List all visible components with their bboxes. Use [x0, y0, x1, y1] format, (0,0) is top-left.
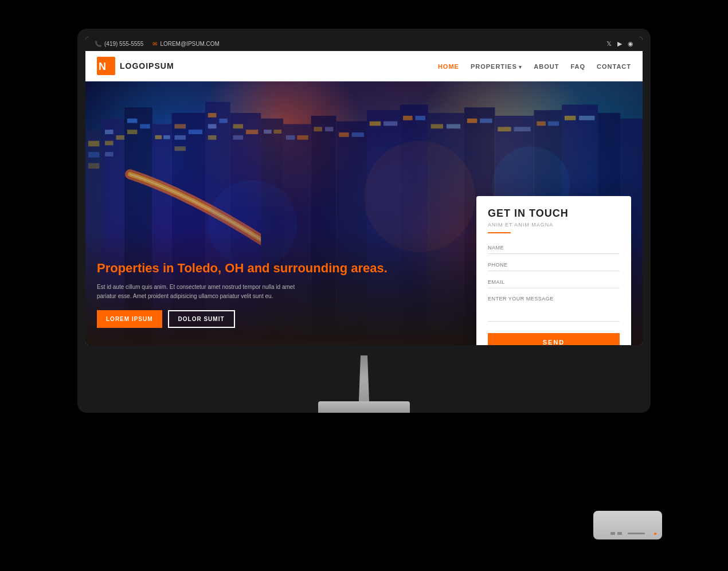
email-input[interactable] — [488, 276, 620, 288]
mac-mini-slot — [628, 533, 645, 534]
svg-rect-13 — [127, 130, 137, 134]
email-address: LOREM@IPSUM.COM — [160, 41, 220, 47]
message-textarea[interactable] — [488, 293, 620, 322]
email-field-group — [488, 276, 620, 288]
scene: 📞 (419) 555-5555 ✉ LOREM@IPSUM.COM 𝕏 ▶ ◉ — [0, 0, 728, 571]
email-icon: ✉ — [152, 41, 157, 47]
nav-properties[interactable]: PROPERTIES — [471, 61, 522, 71]
logo-area: N LOGOIPSUM — [97, 57, 174, 75]
nav-about[interactable]: ABOUT — [534, 61, 559, 71]
svg-rect-33 — [264, 130, 272, 134]
monitor-screen: 📞 (419) 555-5555 ✉ LOREM@IPSUM.COM 𝕏 ▶ ◉ — [85, 37, 643, 345]
monitor: 📞 (419) 555-5555 ✉ LOREM@IPSUM.COM 𝕏 ▶ ◉ — [77, 29, 651, 413]
contact-divider — [488, 232, 511, 233]
email-contact: ✉ LOREM@IPSUM.COM — [152, 41, 220, 47]
svg-rect-51 — [431, 124, 443, 128]
svg-rect-46 — [383, 122, 397, 126]
hero-subtext: Est id aute cillum quis anim. Et consect… — [97, 283, 315, 301]
svg-rect-17 — [163, 135, 170, 139]
svg-rect-52 — [447, 124, 460, 128]
svg-rect-10 — [116, 135, 124, 140]
top-bar: 📞 (419) 555-5555 ✉ LOREM@IPSUM.COM 𝕏 ▶ ◉ — [85, 37, 643, 51]
svg-rect-45 — [370, 122, 381, 126]
svg-rect-58 — [514, 127, 530, 131]
monitor-stand — [85, 345, 643, 413]
svg-rect-31 — [246, 130, 258, 134]
svg-rect-43 — [352, 132, 364, 137]
svg-rect-25 — [208, 124, 217, 128]
primary-cta-button[interactable]: LOREM IPSUM — [97, 310, 162, 328]
svg-rect-8 — [105, 141, 113, 146]
monitor-chin — [85, 345, 643, 355]
svg-rect-4 — [88, 152, 99, 158]
svg-rect-54 — [467, 119, 477, 123]
mac-mini — [593, 511, 662, 539]
phone-contact: 📞 (419) 555-5555 — [95, 41, 143, 47]
navbar: N LOGOIPSUM HOME PROPERTIES ABOUT FAQ CO… — [85, 51, 643, 81]
logo-text: LOGOIPSUM — [120, 61, 174, 71]
mac-mini-port-1 — [610, 532, 615, 535]
top-bar-left: 📞 (419) 555-5555 ✉ LOREM@IPSUM.COM — [95, 41, 220, 47]
twitter-icon[interactable]: 𝕏 — [606, 40, 612, 48]
stand-base — [318, 401, 410, 413]
nav-home-link[interactable]: HOME — [438, 63, 459, 70]
svg-rect-39 — [314, 127, 323, 131]
phone-field-group — [488, 259, 620, 271]
svg-rect-34 — [274, 130, 282, 134]
svg-rect-40 — [325, 127, 334, 131]
svg-rect-21 — [175, 146, 186, 151]
send-button[interactable]: SEND — [488, 333, 620, 345]
svg-rect-64 — [579, 116, 594, 120]
svg-rect-19 — [175, 124, 186, 128]
youtube-icon[interactable]: ▶ — [617, 40, 622, 48]
phone-input[interactable] — [488, 259, 620, 271]
svg-rect-27 — [219, 119, 228, 123]
phone-number: (419) 555-5555 — [104, 41, 143, 47]
nav-about-link[interactable]: ABOUT — [534, 63, 559, 70]
svg-text:N: N — [99, 61, 106, 72]
svg-rect-20 — [175, 135, 186, 140]
svg-rect-29 — [233, 124, 243, 128]
phone-icon: 📞 — [95, 41, 101, 47]
svg-rect-30 — [233, 135, 243, 140]
svg-rect-49 — [415, 116, 425, 120]
instagram-icon[interactable]: ◉ — [628, 40, 633, 48]
svg-rect-42 — [339, 132, 349, 137]
mac-mini-ports — [610, 532, 645, 535]
svg-rect-7 — [105, 130, 113, 134]
message-field-group — [488, 293, 620, 324]
svg-rect-36 — [286, 135, 295, 140]
svg-rect-37 — [297, 135, 308, 140]
contact-form-title: GET IN TOUCH — [488, 208, 620, 220]
svg-rect-5 — [88, 163, 99, 169]
svg-rect-24 — [208, 113, 217, 118]
svg-rect-61 — [548, 122, 559, 126]
stand-neck — [355, 355, 373, 401]
logo-icon: N — [97, 57, 115, 75]
nav-faq[interactable]: FAQ — [570, 61, 585, 71]
svg-rect-57 — [498, 127, 511, 131]
nav-contact-link[interactable]: CONTACT — [597, 63, 631, 70]
nav-home[interactable]: HOME — [438, 61, 459, 71]
svg-rect-48 — [403, 116, 413, 120]
mac-mini-led — [654, 533, 656, 535]
nav-contact[interactable]: CONTACT — [597, 61, 631, 71]
nav-faq-link[interactable]: FAQ — [570, 63, 585, 70]
contact-form-subtitle: ANIM ET ANIM MAGNA — [488, 222, 620, 228]
svg-rect-22 — [189, 130, 202, 134]
svg-rect-3 — [88, 141, 99, 147]
svg-rect-12 — [127, 119, 137, 123]
svg-rect-60 — [537, 122, 546, 126]
svg-rect-63 — [565, 116, 576, 120]
svg-rect-55 — [480, 119, 492, 123]
svg-rect-16 — [155, 135, 162, 139]
secondary-cta-button[interactable]: DOLOR SUMIT — [168, 310, 235, 328]
svg-rect-26 — [208, 135, 217, 140]
name-input[interactable] — [488, 242, 620, 254]
mac-mini-port-2 — [617, 532, 622, 535]
hero-section: Properties in Toledo, OH and surrounding… — [85, 81, 643, 345]
contact-form-card: GET IN TOUCH ANIM ET ANIM MAGNA — [476, 196, 631, 345]
mac-mini-container — [593, 511, 662, 539]
svg-rect-14 — [140, 124, 150, 128]
nav-properties-link[interactable]: PROPERTIES — [471, 63, 522, 70]
